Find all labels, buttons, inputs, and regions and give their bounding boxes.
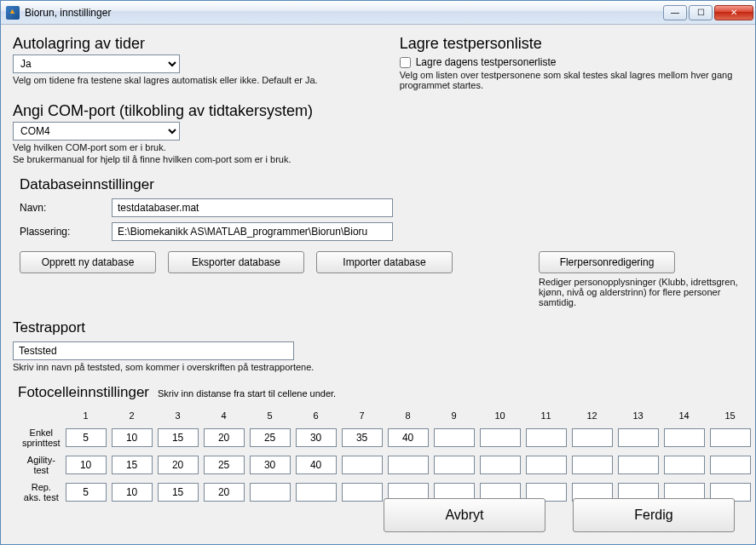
savelist-checkbox-label: Lagre dagens testpersonerliste (416, 56, 557, 68)
photocell-input[interactable] (296, 483, 337, 502)
multiperson-help: Rediger personopplysninger (Klubb, idret… (539, 277, 743, 307)
db-path-label: Plassering: (20, 226, 112, 238)
comport-help2: Se brukermanual for hjelp til å finne hv… (13, 154, 743, 164)
multiperson-button[interactable]: Flerpersonredigering (539, 251, 675, 273)
photocell-row-label: Rep. aks. test (21, 481, 61, 503)
minimize-button[interactable]: — (663, 5, 687, 20)
photocell-input[interactable] (618, 428, 659, 447)
photocell-input[interactable] (388, 456, 429, 474)
comport-select[interactable]: COM4 (13, 122, 180, 141)
db-name-input[interactable] (112, 198, 393, 217)
savelist-checkbox[interactable] (400, 57, 411, 68)
photocell-input[interactable] (204, 428, 245, 447)
photocell-input[interactable] (158, 428, 199, 447)
photocell-input[interactable] (204, 483, 245, 502)
testreport-input[interactable] (13, 341, 294, 360)
photocell-input[interactable] (526, 428, 567, 447)
app-window: Biorun, innstillinger — ☐ ✕ Autolagring … (0, 0, 756, 545)
import-db-button[interactable]: Importer database (316, 251, 453, 273)
photocell-input[interactable] (296, 428, 337, 447)
photocell-input[interactable] (66, 483, 107, 502)
photocell-input[interactable] (342, 428, 383, 447)
photocell-input[interactable] (158, 483, 199, 502)
comport-heading: Angi COM-port (tilkobling av tidtakersys… (13, 102, 743, 120)
savelist-heading: Lagre testpersonliste (400, 35, 743, 53)
photocell-input[interactable] (710, 428, 751, 447)
photocell-col-header: 4 (203, 410, 245, 422)
photocell-col-header: 3 (157, 410, 199, 422)
photocell-input[interactable] (342, 483, 383, 502)
cancel-button[interactable]: Avbryt (384, 498, 545, 532)
photocell-input[interactable] (710, 456, 751, 474)
photocell-input[interactable] (664, 428, 705, 447)
autosave-help: Velg om tidene fra testene skal lagres a… (13, 75, 393, 85)
photocell-input[interactable] (112, 456, 153, 474)
photocell-input[interactable] (480, 456, 521, 474)
titlebar[interactable]: Biorun, innstillinger — ☐ ✕ (1, 1, 755, 25)
photocells-table: 123456789101112131415 Enkel sprinttestAg… (18, 404, 755, 508)
photocell-row-label: Agility-test (21, 454, 61, 476)
window-buttons: — ☐ ✕ (663, 5, 753, 20)
photocell-col-header: 7 (341, 410, 384, 422)
content-area: Autolagring av tider Ja Velg om tidene f… (1, 25, 755, 544)
photocell-input[interactable] (664, 456, 705, 474)
create-db-button[interactable]: Opprett ny database (20, 251, 156, 273)
testreport-heading: Testrapport (13, 319, 743, 336)
testreport-help: Skriv inn navn på teststed, som kommer i… (13, 362, 743, 372)
photocell-input[interactable] (112, 483, 153, 502)
photocell-input[interactable] (434, 428, 475, 447)
autosave-heading: Autolagring av tider (13, 35, 393, 53)
photocell-input[interactable] (526, 456, 567, 474)
photocell-input[interactable] (572, 428, 613, 447)
photocell-input[interactable] (388, 428, 429, 447)
photocell-input[interactable] (250, 483, 291, 502)
photocell-col-header: 8 (387, 410, 430, 422)
photocell-col-header: 2 (111, 410, 153, 422)
photocells-sub: Skriv inn distanse fra start til cellene… (158, 388, 336, 399)
photocell-col-header: 6 (295, 410, 338, 422)
photocell-input[interactable] (250, 428, 291, 447)
photocell-input[interactable] (572, 456, 613, 474)
photocell-col-header: 5 (249, 410, 291, 422)
savelist-help: Velg om listen over testpersonene som sk… (400, 70, 743, 90)
close-button[interactable]: ✕ (714, 5, 753, 20)
photocell-col-header: 14 (663, 410, 706, 422)
app-icon (6, 6, 20, 20)
photocells-heading: Fotocelleinnstillinger (18, 384, 149, 401)
ok-button[interactable]: Ferdig (573, 498, 735, 532)
photocell-col-header: 9 (433, 410, 476, 422)
database-heading: Databaseinnstillinger (20, 176, 743, 193)
photocell-col-header: 12 (571, 410, 614, 422)
photocell-input[interactable] (158, 456, 199, 474)
savelist-checkbox-row[interactable]: Lagre dagens testpersonerliste (400, 56, 743, 68)
maximize-button[interactable]: ☐ (689, 5, 713, 20)
db-path-input[interactable] (112, 222, 393, 241)
photocell-input[interactable] (66, 428, 107, 447)
photocell-col-header: 1 (65, 410, 107, 422)
comport-help1: Velg hvilken COM-port som er i bruk. (13, 142, 743, 152)
photocell-input[interactable] (434, 456, 475, 474)
photocell-col-header: 15 (709, 410, 752, 422)
photocell-input[interactable] (296, 456, 337, 474)
photocell-input[interactable] (204, 456, 245, 474)
photocell-col-header: 11 (525, 410, 568, 422)
photocell-input[interactable] (480, 428, 521, 447)
photocell-input[interactable] (342, 456, 383, 474)
photocell-input[interactable] (66, 456, 107, 474)
photocell-input[interactable] (618, 456, 659, 474)
autosave-select[interactable]: Ja (13, 54, 180, 73)
export-db-button[interactable]: Eksporter database (168, 251, 304, 273)
photocell-input[interactable] (250, 456, 291, 474)
photocell-row-label: Enkel sprinttest (21, 427, 61, 449)
window-title: Biorun, innstillinger (25, 7, 663, 19)
photocell-col-header: 10 (479, 410, 522, 422)
db-name-label: Navn: (20, 202, 112, 214)
photocell-col-header: 13 (617, 410, 660, 422)
photocell-input[interactable] (112, 428, 153, 447)
